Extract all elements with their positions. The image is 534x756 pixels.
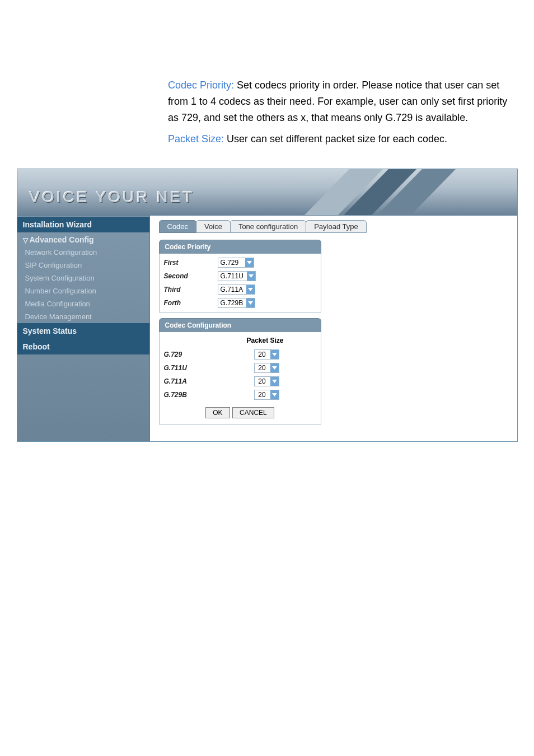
sidebar-item-network[interactable]: Network Configuration bbox=[17, 246, 149, 259]
advanced-config-label: Advanced Config bbox=[30, 235, 94, 244]
tab-tone[interactable]: Tone configuration bbox=[230, 220, 306, 233]
codec-row-g729b: G.729B 20 bbox=[160, 388, 321, 402]
sidebar-advanced-config[interactable]: ▽Advanced Config bbox=[17, 232, 149, 246]
chevron-down-icon bbox=[246, 285, 255, 294]
priority-row-first: First G.729 bbox=[160, 256, 321, 269]
svg-marker-9 bbox=[272, 380, 277, 383]
svg-marker-4 bbox=[249, 274, 254, 278]
codec-label: G.711U bbox=[160, 361, 213, 375]
banner-stripes-icon bbox=[271, 169, 484, 215]
triangle-down-icon: ▽ bbox=[23, 236, 28, 244]
chevron-down-icon bbox=[270, 390, 279, 399]
codec-row-g711a: G.711A 20 bbox=[160, 375, 321, 388]
priority-row-forth: Forth G.729B bbox=[160, 296, 321, 310]
priority-label-second: Second bbox=[160, 269, 213, 283]
sidebar-item-device[interactable]: Device Management bbox=[17, 310, 149, 323]
banner-title: VOICE YOUR NET bbox=[30, 188, 195, 206]
ok-button[interactable]: OK bbox=[205, 407, 229, 418]
codec-label: G.711A bbox=[160, 375, 213, 388]
priority-label-forth: Forth bbox=[160, 296, 213, 310]
codec-priority-label: Codec Priority: bbox=[168, 80, 237, 91]
priority-label-third: Third bbox=[160, 283, 213, 296]
codec-row-g729: G.729 20 bbox=[160, 348, 321, 361]
sidebar-item-sip[interactable]: SIP Configuration bbox=[17, 259, 149, 272]
sidebar-item-number[interactable]: Number Configuration bbox=[17, 284, 149, 297]
sidebar-install-wizard[interactable]: Installation Wizard bbox=[17, 217, 149, 232]
svg-marker-10 bbox=[272, 393, 277, 396]
codec-config-title: Codec Configuration bbox=[159, 318, 321, 332]
packet-select-g711u[interactable]: 20 bbox=[254, 363, 279, 373]
banner: VOICE YOUR NET bbox=[17, 169, 517, 216]
tab-voice[interactable]: Voice bbox=[196, 220, 231, 233]
chevron-down-icon bbox=[270, 377, 279, 386]
packet-select-g711a[interactable]: 20 bbox=[254, 376, 279, 386]
sidebar-item-media[interactable]: Media Configuration bbox=[17, 297, 149, 310]
svg-marker-8 bbox=[272, 366, 277, 370]
priority-select-forth[interactable]: G.729B bbox=[218, 298, 256, 308]
chevron-down-icon bbox=[270, 363, 279, 372]
tab-codec[interactable]: Codec bbox=[159, 220, 197, 233]
packet-size-header: Packet Size bbox=[160, 334, 321, 348]
priority-select-second[interactable]: G.711U bbox=[218, 271, 256, 281]
codec-label: G.729B bbox=[160, 388, 213, 402]
priority-row-second: Second G.711U bbox=[160, 269, 321, 283]
config-panel: VOICE YOUR NET Installation Wizard ▽Adva… bbox=[17, 169, 518, 442]
packet-select-g729[interactable]: 20 bbox=[254, 349, 279, 360]
doc-paragraph-packet-size: Packet Size: User can set different pack… bbox=[168, 131, 512, 147]
doc-paragraph-codec-priority: Codec Priority: Set codecs priority in o… bbox=[168, 77, 512, 125]
packet-size-label: Packet Size: bbox=[168, 133, 227, 144]
priority-select-third[interactable]: G.711A bbox=[218, 284, 256, 295]
priority-select-first[interactable]: G.729 bbox=[218, 258, 254, 268]
codec-priority-section: Codec Priority First G.729 bbox=[159, 240, 321, 312]
sidebar-reboot[interactable]: Reboot bbox=[17, 339, 149, 354]
sidebar: Installation Wizard ▽Advanced Config Net… bbox=[17, 216, 150, 441]
codec-label: G.729 bbox=[160, 348, 213, 361]
sidebar-system-status[interactable]: System Status bbox=[17, 323, 149, 339]
chevron-down-icon bbox=[270, 350, 279, 359]
svg-marker-6 bbox=[248, 301, 253, 305]
sidebar-item-system[interactable]: System Configuration bbox=[17, 272, 149, 284]
svg-marker-7 bbox=[272, 353, 277, 356]
tab-payload[interactable]: Payload Type bbox=[306, 220, 367, 233]
svg-marker-3 bbox=[247, 261, 252, 264]
chevron-down-icon bbox=[246, 298, 255, 307]
priority-row-third: Third G.711A bbox=[160, 283, 321, 296]
priority-label-first: First bbox=[160, 256, 213, 269]
codec-config-section: Codec Configuration Packet Size G.729 20 bbox=[159, 318, 321, 424]
codec-priority-title: Codec Priority bbox=[159, 240, 321, 254]
packet-select-g729b[interactable]: 20 bbox=[254, 390, 279, 400]
chevron-down-icon bbox=[245, 258, 254, 267]
svg-marker-5 bbox=[248, 288, 253, 291]
packet-size-text: User can set different packet size for e… bbox=[227, 133, 447, 144]
tabs: Codec Voice Tone configuration Payload T… bbox=[159, 220, 517, 233]
chevron-down-icon bbox=[247, 272, 255, 281]
main-content: Codec Voice Tone configuration Payload T… bbox=[150, 216, 517, 441]
cancel-button[interactable]: CANCEL bbox=[232, 407, 274, 418]
codec-row-g711u: G.711U 20 bbox=[160, 361, 321, 375]
